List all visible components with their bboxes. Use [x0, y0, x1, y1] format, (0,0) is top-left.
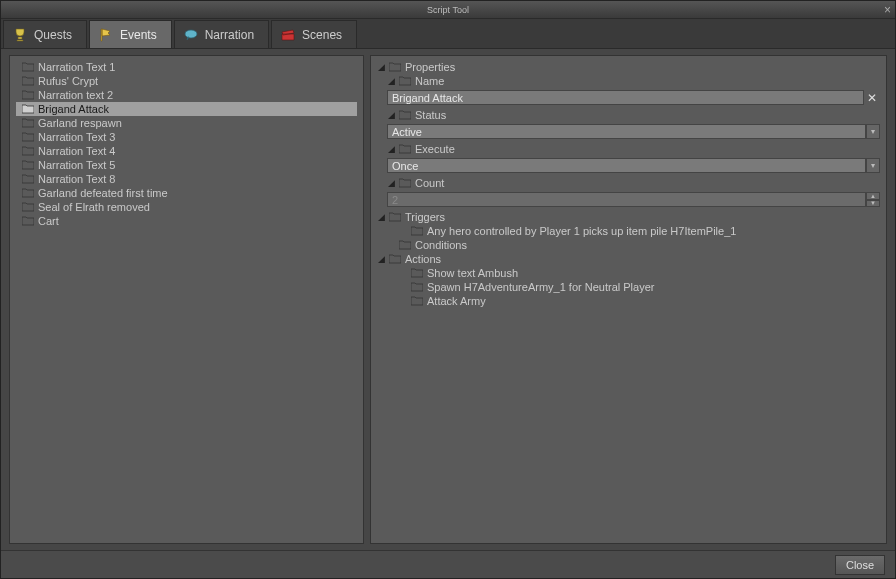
folder-icon: [22, 90, 34, 100]
titlebar: Script Tool ×: [1, 1, 895, 19]
event-label: Narration text 2: [38, 89, 113, 101]
event-label: Seal of Elrath removed: [38, 201, 150, 213]
event-item[interactable]: Narration Text 4: [16, 144, 357, 158]
tab-narration[interactable]: Narration: [174, 20, 269, 48]
count-node[interactable]: ◢ Count: [387, 176, 880, 190]
folder-icon: [411, 226, 423, 236]
count-input[interactable]: [387, 192, 866, 207]
caret-down-icon: ◢: [387, 110, 395, 120]
close-icon[interactable]: ×: [884, 3, 891, 17]
triggers-node[interactable]: ◢ Triggers: [377, 210, 880, 224]
caret-down-icon: ◢: [377, 254, 385, 264]
folder-icon: [22, 216, 34, 226]
tab-events[interactable]: Events: [89, 20, 172, 48]
name-node[interactable]: ◢ Name: [387, 74, 880, 88]
tab-label: Narration: [205, 28, 254, 42]
action-item[interactable]: ◢ Show text Ambush: [399, 266, 880, 280]
actions-node[interactable]: ◢ Actions: [377, 252, 880, 266]
event-label: Narration Text 3: [38, 131, 115, 143]
event-item[interactable]: Garland defeated first time: [16, 186, 357, 200]
conditions-node[interactable]: ◢ Conditions: [377, 238, 880, 252]
event-label: Rufus' Crypt: [38, 75, 98, 87]
action-text: Attack Army: [427, 295, 486, 307]
chevron-down-icon[interactable]: ▾: [866, 158, 880, 173]
action-text: Spawn H7AdventureArmy_1 for Neutral Play…: [427, 281, 654, 293]
status-label: Status: [415, 109, 446, 121]
event-label: Narration Text 1: [38, 61, 115, 73]
events-tree: Narration Text 1Rufus' CryptNarration te…: [10, 56, 363, 232]
status-node[interactable]: ◢ Status: [387, 108, 880, 122]
event-label: Narration Text 4: [38, 145, 115, 157]
event-label: Cart: [38, 215, 59, 227]
spinner-down-icon[interactable]: ▼: [866, 200, 880, 208]
properties-node[interactable]: ◢ Properties: [377, 60, 880, 74]
folder-icon: [22, 62, 34, 72]
properties-tree: ◢ Properties ◢ Name ✕ ◢: [371, 56, 886, 312]
event-label: Narration Text 8: [38, 173, 115, 185]
properties-panel: ◢ Properties ◢ Name ✕ ◢: [370, 55, 887, 544]
folder-icon: [411, 268, 423, 278]
footer: Close: [1, 550, 895, 578]
folder-icon: [399, 240, 411, 250]
execute-select[interactable]: [387, 158, 866, 173]
folder-icon: [399, 178, 411, 188]
name-input[interactable]: [387, 90, 864, 105]
spinner-up-icon[interactable]: ▲: [866, 192, 880, 200]
event-item[interactable]: Rufus' Crypt: [16, 74, 357, 88]
conditions-label: Conditions: [415, 239, 467, 251]
execute-node[interactable]: ◢ Execute: [387, 142, 880, 156]
events-panel: Narration Text 1Rufus' CryptNarration te…: [9, 55, 364, 544]
event-item[interactable]: Narration Text 8: [16, 172, 357, 186]
event-item[interactable]: Narration text 2: [16, 88, 357, 102]
actions-label: Actions: [405, 253, 441, 265]
event-item[interactable]: Garland respawn: [16, 116, 357, 130]
caret-down-icon: ◢: [387, 144, 395, 154]
folder-icon: [22, 160, 34, 170]
event-item[interactable]: Brigand Attack: [16, 102, 357, 116]
folder-icon: [399, 76, 411, 86]
folder-icon: [399, 144, 411, 154]
close-button[interactable]: Close: [835, 555, 885, 575]
folder-icon: [389, 254, 401, 264]
caret-down-icon: ◢: [387, 178, 395, 188]
action-item[interactable]: ◢ Attack Army: [399, 294, 880, 308]
trophy-icon: [12, 27, 28, 43]
caret-down-icon: ◢: [377, 212, 385, 222]
event-item[interactable]: Narration Text 5: [16, 158, 357, 172]
window-title: Script Tool: [1, 5, 895, 15]
trigger-text: Any hero controlled by Player 1 picks up…: [427, 225, 736, 237]
speech-icon: [183, 27, 199, 43]
folder-icon: [22, 118, 34, 128]
clapper-icon: [280, 27, 296, 43]
clear-icon[interactable]: ✕: [864, 91, 880, 105]
folder-icon: [389, 212, 401, 222]
event-item[interactable]: Narration Text 1: [16, 60, 357, 74]
tab-bar: QuestsEventsNarrationScenes: [1, 19, 895, 49]
event-label: Garland respawn: [38, 117, 122, 129]
folder-icon: [22, 132, 34, 142]
event-item[interactable]: Cart: [16, 214, 357, 228]
event-label: Narration Text 5: [38, 159, 115, 171]
triggers-label: Triggers: [405, 211, 445, 223]
folder-icon: [389, 62, 401, 72]
folder-icon: [22, 104, 34, 114]
folder-icon: [22, 146, 34, 156]
chevron-down-icon[interactable]: ▾: [866, 124, 880, 139]
properties-label: Properties: [405, 61, 455, 73]
event-label: Garland defeated first time: [38, 187, 168, 199]
content-area: Narration Text 1Rufus' CryptNarration te…: [1, 49, 895, 550]
status-select[interactable]: [387, 124, 866, 139]
tab-label: Scenes: [302, 28, 342, 42]
event-item[interactable]: Seal of Elrath removed: [16, 200, 357, 214]
trigger-item[interactable]: ◢ Any hero controlled by Player 1 picks …: [399, 224, 880, 238]
event-label: Brigand Attack: [38, 103, 109, 115]
tab-quests[interactable]: Quests: [3, 20, 87, 48]
event-item[interactable]: Narration Text 3: [16, 130, 357, 144]
action-item[interactable]: ◢ Spawn H7AdventureArmy_1 for Neutral Pl…: [399, 280, 880, 294]
folder-icon: [22, 188, 34, 198]
tab-scenes[interactable]: Scenes: [271, 20, 357, 48]
count-spinner: ▲ ▼: [866, 192, 880, 207]
folder-icon: [22, 202, 34, 212]
script-tool-window: Script Tool × QuestsEventsNarrationScene…: [0, 0, 896, 579]
svg-point-0: [185, 30, 197, 38]
